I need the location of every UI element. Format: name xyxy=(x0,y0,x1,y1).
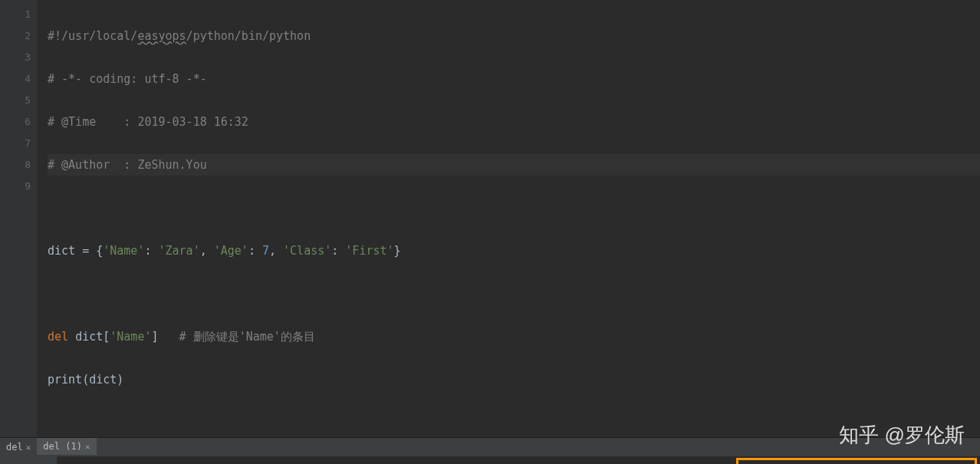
console-tabs: del✕ del (1)✕ xyxy=(0,438,980,456)
close-icon[interactable]: ✕ xyxy=(26,443,31,452)
variables-panel[interactable]: ⌄ ≡ dict = {dict: 2} {'Age': 7, 'Class':… xyxy=(736,456,980,464)
editor-pane: 1 2 3 4 5 6 7 8 9 #!/usr/local/easyops/p… xyxy=(0,0,980,438)
line-number: 7 xyxy=(0,133,31,154)
tab-del[interactable]: del✕ xyxy=(0,439,37,456)
console-toolbar-2: ⬇ ⇥ 🖶 xyxy=(31,456,57,464)
line-number: 9 xyxy=(0,176,31,197)
rerun-button[interactable]: ▶ xyxy=(6,461,25,464)
line-number: 4 xyxy=(0,68,31,90)
close-icon[interactable]: ✕ xyxy=(85,442,90,452)
console-toolbar-1: ▶ ■ ≡ ⎓ ↺ xyxy=(0,456,31,464)
line-number: 2 xyxy=(0,25,31,47)
line-number: 8 xyxy=(0,154,31,176)
debug-button[interactable]: ⬇ xyxy=(35,461,53,464)
code-editor[interactable]: #!/usr/local/easyops/python/bin/python #… xyxy=(37,0,980,437)
console-output[interactable]: /Users/youzeshun/opt/anaconda3/bin/pytho… xyxy=(57,456,736,464)
line-gutter: 1 2 3 4 5 6 7 8 9 xyxy=(0,0,37,437)
line-number: 3 xyxy=(0,47,31,68)
console-panel: del✕ del (1)✕ ▶ ■ ≡ ⎓ ↺ ⬇ ⇥ 🖶 /Users/you… xyxy=(0,438,980,464)
line-number: 6 xyxy=(0,111,31,133)
line-number: 1 xyxy=(0,4,31,25)
tab-del-1[interactable]: del (1)✕ xyxy=(37,438,96,456)
line-number: 5 xyxy=(0,90,31,111)
